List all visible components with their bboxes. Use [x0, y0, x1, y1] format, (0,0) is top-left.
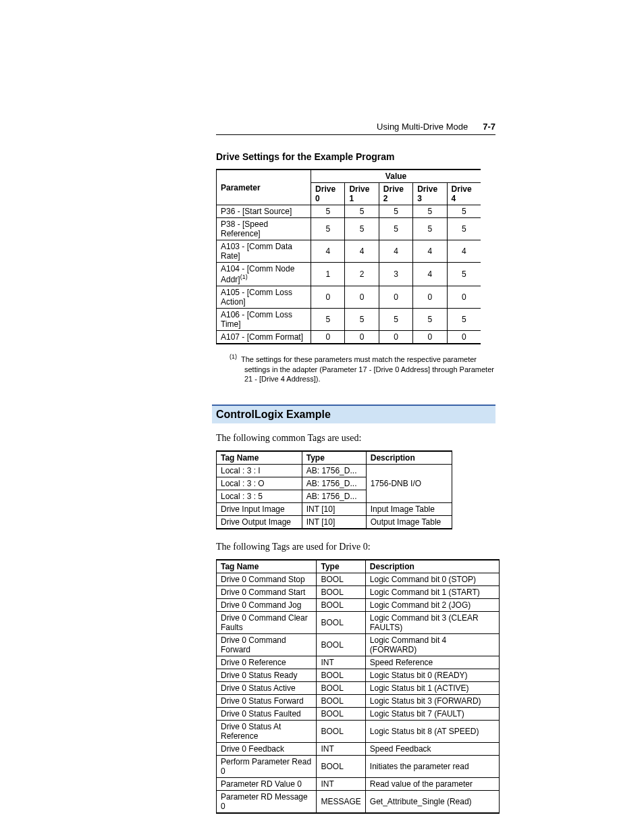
cell-value: 0 [311, 286, 345, 309]
footnote-marker: (1) [230, 353, 237, 360]
table-row: P38 - [Speed Reference]55555 [217, 218, 481, 240]
cell-value: 0 [345, 331, 379, 344]
th-parameter: Parameter [217, 170, 311, 205]
cell-value: 0 [379, 331, 412, 344]
cell-value: 5 [413, 218, 447, 240]
cell-tagname: Drive Input Image [217, 503, 302, 516]
th-drive-col: Drive 0 [311, 183, 345, 205]
cell-value: 0 [345, 286, 379, 309]
th-drive-col: Drive 2 [379, 183, 412, 205]
cell-value: 5 [345, 309, 379, 331]
table-row: A104 - [Comm Node Addr](1)12345 [217, 263, 481, 286]
cell-parameter: P36 - [Start Source] [217, 205, 311, 218]
th-drive-col: Drive 3 [413, 183, 447, 205]
cell-description: Get_Attribute_Single (Read) [365, 791, 499, 814]
cell-value: 5 [311, 205, 345, 218]
cell-tagname: Drive 0 Status Forward [217, 695, 317, 708]
cell-value: 4 [345, 240, 379, 263]
cell-type: INT [10] [302, 516, 366, 529]
drive-settings-table: Parameter Value Drive 0Drive 1Drive 2Dri… [216, 169, 481, 344]
cell-type: INT [317, 778, 365, 791]
cell-value: 0 [413, 331, 447, 344]
cell-tagname: Parameter RD Message 0 [217, 791, 317, 814]
table-row: A103 - [Comm Data Rate]44444 [217, 240, 481, 263]
table-row: Drive 0 Status FaultedBOOLLogic Status b… [217, 708, 500, 721]
cell-value: 4 [447, 240, 481, 263]
table-row: Drive 0 Command StopBOOLLogic Command bi… [217, 573, 500, 586]
cell-type: AB: 1756_D... [302, 490, 366, 503]
table-row: Drive Output ImageINT [10]Output Image T… [217, 516, 452, 529]
cell-description: Logic Command bit 1 (START) [365, 586, 499, 599]
table-row: Drive 0 Status ReadyBOOLLogic Status bit… [217, 669, 500, 682]
cell-value: 0 [311, 331, 345, 344]
cell-description: Logic Status bit 0 (READY) [365, 669, 499, 682]
drive-settings-heading: Drive Settings for the Example Program [216, 151, 495, 162]
cell-type: INT [10] [302, 503, 366, 516]
table-row: Local : 3 : IAB: 1756_D...1756-DNB I/O [217, 465, 452, 477]
cell-description: Speed Feedback [365, 743, 499, 756]
cell-description: Read value of the parameter [365, 778, 499, 791]
table-row: Drive 0 Command ForwardBOOLLogic Command… [217, 634, 500, 656]
cell-value: 2 [345, 263, 379, 286]
cell-type: BOOL [317, 599, 365, 612]
cell-description-merged: 1756-DNB I/O [366, 465, 452, 503]
page: Using Multi-Drive Mode 7-7 Drive Setting… [0, 0, 644, 834]
cell-value: 5 [413, 309, 447, 331]
cell-value: 4 [379, 240, 412, 263]
table-row: Drive 0 Command Clear FaultsBOOLLogic Co… [217, 612, 500, 634]
cell-value: 5 [379, 218, 412, 240]
cell-type: AB: 1756_D... [302, 477, 366, 490]
cell-value: 4 [413, 263, 447, 286]
cell-description: Output Image Table [366, 516, 452, 529]
table-row: Perform Parameter Read 0BOOLInitiates th… [217, 756, 500, 778]
th: Tag Name [217, 451, 302, 465]
cell-type: INT [317, 743, 365, 756]
cell-tagname: Local : 3 : 5 [217, 490, 302, 503]
table-row: P36 - [Start Source]55555 [217, 205, 481, 218]
cell-value: 5 [379, 205, 412, 218]
cell-tagname: Local : 3 : O [217, 477, 302, 490]
cell-type: BOOL [317, 669, 365, 682]
th: Type [302, 451, 366, 465]
cell-value: 5 [345, 205, 379, 218]
th-drive-col: Drive 1 [345, 183, 379, 205]
th-value: Value [311, 170, 481, 183]
cell-type: BOOL [317, 573, 365, 586]
cell-tagname: Local : 3 : I [217, 465, 302, 477]
cell-value: 5 [345, 218, 379, 240]
cell-tagname: Drive 0 Reference [217, 656, 317, 669]
table-row: Drive 0 Status ForwardBOOLLogic Status b… [217, 695, 500, 708]
table-row: Drive 0 Status ActiveBOOLLogic Status bi… [217, 682, 500, 695]
drive0-tags-table: Tag NameTypeDescription Drive 0 Command … [216, 559, 500, 814]
cell-description: Logic Command bit 2 (JOG) [365, 599, 499, 612]
cell-value: 1 [311, 263, 345, 286]
running-title: Using Multi-Drive Mode [377, 122, 468, 132]
cell-tagname: Perform Parameter Read 0 [217, 756, 317, 778]
cell-parameter: A104 - [Comm Node Addr](1) [217, 263, 311, 286]
cell-value: 4 [413, 240, 447, 263]
footnote: (1) The settings for these parameters mu… [230, 353, 495, 384]
cell-value: 5 [447, 205, 481, 218]
cell-description: Speed Reference [365, 656, 499, 669]
table-row: Drive 0 FeedbackINTSpeed Feedback [217, 743, 500, 756]
cell-type: BOOL [317, 695, 365, 708]
cell-description: Logic Status bit 3 (FORWARD) [365, 695, 499, 708]
cell-tagname: Drive 0 Command Jog [217, 599, 317, 612]
cell-tagname: Parameter RD Value 0 [217, 778, 317, 791]
cell-tagname: Drive 0 Feedback [217, 743, 317, 756]
table-row: A106 - [Comm Loss Time]55555 [217, 309, 481, 331]
cell-value: 5 [379, 309, 412, 331]
cell-tagname: Drive 0 Command Start [217, 586, 317, 599]
cell-description: Logic Status bit 8 (AT SPEED) [365, 721, 499, 743]
cell-type: BOOL [317, 721, 365, 743]
cell-type: BOOL [317, 612, 365, 634]
table-row: Drive Input ImageINT [10]Input Image Tab… [217, 503, 452, 516]
cell-description: Logic Command bit 3 (CLEAR FAULTS) [365, 612, 499, 634]
cell-description: Logic Status bit 7 (FAULT) [365, 708, 499, 721]
cell-type: BOOL [317, 682, 365, 695]
cell-parameter: A103 - [Comm Data Rate] [217, 240, 311, 263]
cell-tagname: Drive 0 Command Stop [217, 573, 317, 586]
cell-value: 0 [447, 286, 481, 309]
cell-type: BOOL [317, 756, 365, 778]
cell-tagname: Drive 0 Status Faulted [217, 708, 317, 721]
